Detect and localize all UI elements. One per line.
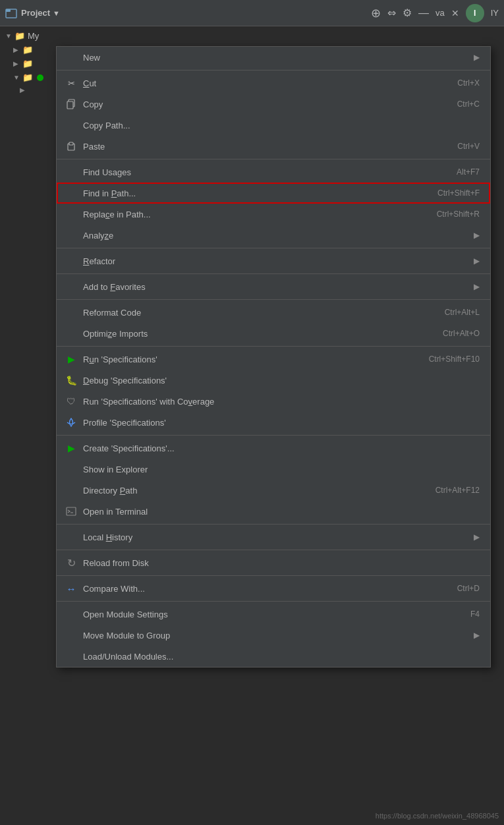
menu-item-copy-path-label: Copy Path... <box>83 121 480 130</box>
expand-icon[interactable]: ⇔ <box>387 7 396 19</box>
find-in-path-shortcut: Ctrl+Shift+F <box>437 188 480 198</box>
analyze-icon <box>65 229 78 242</box>
menu-item-run-specifications[interactable]: ▶ Run 'Specifications' Ctrl+Shift+F10 <box>57 349 490 370</box>
local-history-arrow-icon: ▶ <box>474 532 480 542</box>
tree-item-4[interactable]: ▶ <box>0 84 59 96</box>
tree-arrow-3: ▼ <box>13 74 21 81</box>
optimize-imports-icon <box>65 327 78 340</box>
menu-item-local-history[interactable]: Local History ▶ <box>57 526 490 548</box>
dropdown-icon[interactable]: ▼ <box>53 9 60 17</box>
menu-item-directory-path-label: Directory Path <box>83 486 409 496</box>
menu-item-load-unload-modules[interactable]: Load/Unload Modules... <box>57 646 490 667</box>
menu-item-reload-disk-label: Reload from Disk <box>83 558 480 568</box>
user-avatar[interactable]: I <box>466 4 484 22</box>
menu-item-replace-in-path-label: Replace in Path... <box>83 210 410 219</box>
new-icon <box>65 51 78 64</box>
menu-item-new[interactable]: New ▶ <box>57 47 490 68</box>
tree-item-1[interactable]: ▶ 📁 <box>0 43 59 57</box>
menu-item-refactor[interactable]: Refactor ▶ <box>57 250 490 271</box>
menu-item-compare-with-label: Compare With... <box>83 584 431 594</box>
new-arrow-icon: ▶ <box>474 53 480 62</box>
menu-item-paste-label: Paste <box>83 142 431 152</box>
menu-item-find-usages[interactable]: Find Usages Alt+F7 <box>57 161 490 183</box>
separator-1 <box>57 70 490 71</box>
separator-2 <box>57 159 490 159</box>
local-history-icon <box>65 530 78 544</box>
menu-item-compare-with[interactable]: ↔ Compare With... Ctrl+D <box>57 578 490 599</box>
menu-item-copy[interactable]: Copy Ctrl+C <box>57 94 490 115</box>
menu-item-copy-label: Copy <box>83 100 431 109</box>
separator-5 <box>57 299 490 300</box>
menu-item-show-explorer[interactable]: Show in Explorer <box>57 459 490 480</box>
menu-item-optimize-imports[interactable]: Optimize Imports Ctrl+Alt+O <box>57 323 490 344</box>
svg-rect-6 <box>67 507 76 515</box>
open-module-settings-icon <box>65 608 78 621</box>
menu-item-refactor-label: Refactor <box>83 256 468 266</box>
settings-gear-icon[interactable]: ⚙ <box>403 7 412 19</box>
menu-item-copy-path[interactable]: Copy Path... <box>57 115 490 136</box>
separator-10 <box>57 575 490 576</box>
menu-item-analyze-label: Analyze <box>83 231 468 241</box>
add-favorites-icon <box>65 280 78 293</box>
tree-item-2[interactable]: ▶ 📁 <box>0 57 59 71</box>
menu-item-directory-path[interactable]: Directory Path Ctrl+Alt+F12 <box>57 480 490 501</box>
menu-item-reformat-code[interactable]: Reformat Code Ctrl+Alt+L <box>57 302 490 323</box>
menu-item-cut-label: Cut <box>83 78 431 88</box>
tree-arrow-1: ▶ <box>13 46 21 53</box>
svg-rect-3 <box>67 101 73 109</box>
menu-item-create-specifications-label: Create 'Specifications'... <box>83 443 480 453</box>
run-specifications-shortcut: Ctrl+Shift+F10 <box>429 355 480 364</box>
tree-item-my[interactable]: ▼ 📁 My <box>0 29 59 43</box>
coverage-icon: 🛡 <box>65 395 78 408</box>
menu-item-run-coverage[interactable]: 🛡 Run 'Specifications' with Coverage <box>57 391 490 412</box>
menu-item-create-specifications[interactable]: ▶ Create 'Specifications'... <box>57 438 490 459</box>
menu-item-add-favorites[interactable]: Add to Favorites ▶ <box>57 276 490 297</box>
menu-item-load-unload-modules-label: Load/Unload Modules... <box>83 652 480 662</box>
title-bar-controls: ⊕ ⇔ ⚙ — va ✕ I IY <box>371 4 499 22</box>
menu-item-profile-specifications[interactable]: Profile 'Specifications' <box>57 412 490 433</box>
menu-item-run-coverage-label: Run 'Specifications' with Coverage <box>83 397 480 407</box>
refactor-icon <box>65 254 78 268</box>
project-tree: ▼ 📁 My ▶ 📁 ▶ 📁 ▼ 📁 ▶ <box>0 26 59 825</box>
menu-item-reload-disk[interactable]: ↻ Reload from Disk <box>57 552 490 573</box>
menu-item-move-module-label: Move Module to Group <box>83 631 468 640</box>
folder-icon-2: 📁 <box>22 59 33 69</box>
copy-shortcut: Ctrl+C <box>457 100 480 109</box>
create-icon: ▶ <box>65 441 78 455</box>
menu-item-replace-in-path[interactable]: Replace in Path... Ctrl+Shift+R <box>57 204 490 225</box>
menu-item-open-module-settings[interactable]: Open Module Settings F4 <box>57 604 490 625</box>
tree-arrow-4: ▶ <box>20 86 28 94</box>
tab-label[interactable]: va <box>435 8 445 18</box>
paste-icon <box>65 140 78 153</box>
tree-item-label: My <box>28 31 39 41</box>
reformat-code-shortcut: Ctrl+Alt+L <box>445 308 480 317</box>
menu-item-cut[interactable]: ✂ Cut Ctrl+X <box>57 72 490 94</box>
find-in-path-icon <box>65 186 78 200</box>
separator-8 <box>57 524 490 525</box>
menu-item-move-module[interactable]: Move Module to Group ▶ <box>57 625 490 646</box>
menu-item-run-specifications-label: Run 'Specifications' <box>83 355 403 364</box>
move-module-arrow-icon: ▶ <box>474 631 480 640</box>
user-label: IY <box>491 8 499 18</box>
close-icon[interactable]: ✕ <box>451 8 459 18</box>
directory-path-icon <box>65 484 78 497</box>
menu-item-add-favorites-label: Add to Favorites <box>83 282 468 292</box>
menu-item-find-in-path[interactable]: Find in Path... Ctrl+Shift+F <box>57 183 490 204</box>
tree-item-3[interactable]: ▼ 📁 <box>0 71 59 84</box>
find-usages-icon <box>65 165 78 179</box>
menu-item-paste[interactable]: Paste Ctrl+V <box>57 136 490 157</box>
menu-item-find-in-path-label: Find in Path... <box>83 188 411 198</box>
folder-icon: 📁 <box>14 31 25 41</box>
watermark: https://blog.csdn.net/weixin_48968045 <box>376 812 499 820</box>
menu-item-find-usages-label: Find Usages <box>83 167 430 177</box>
tree-arrow: ▼ <box>5 32 13 40</box>
menu-item-debug-specifications-label: Debug 'Specifications' <box>83 376 480 385</box>
copy-icon <box>65 98 78 111</box>
menu-item-open-terminal[interactable]: Open in Terminal <box>57 501 490 522</box>
minimize-icon[interactable]: — <box>418 7 429 19</box>
menu-item-debug-specifications[interactable]: 🐛 Debug 'Specifications' <box>57 370 490 391</box>
menu-item-new-label: New <box>83 53 468 63</box>
menu-item-analyze[interactable]: Analyze ▶ <box>57 225 490 246</box>
menu-item-open-terminal-label: Open in Terminal <box>83 507 480 517</box>
add-content-icon[interactable]: ⊕ <box>371 6 381 20</box>
